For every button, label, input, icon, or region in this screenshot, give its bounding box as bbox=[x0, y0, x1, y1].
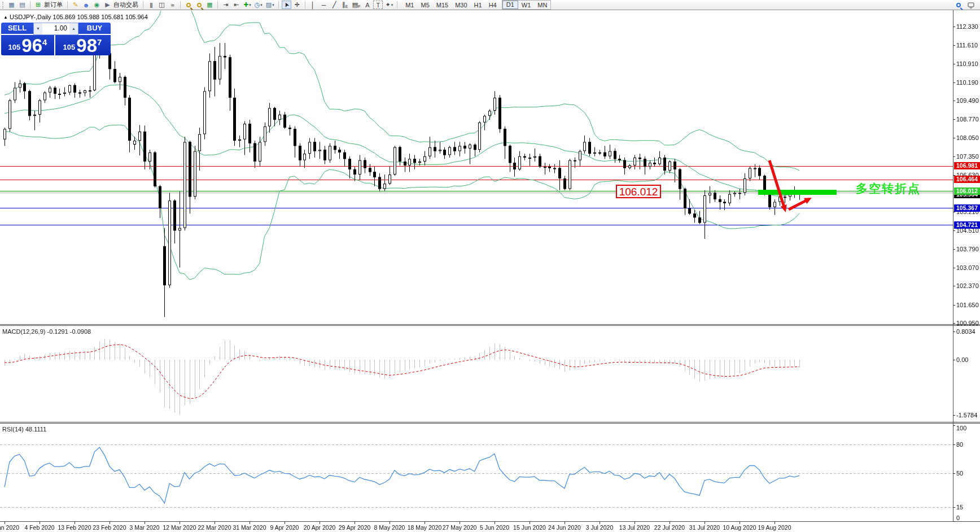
timeframe-h4[interactable]: H4 bbox=[485, 1, 500, 10]
date-label: 24 Jun 2020 bbox=[548, 524, 581, 531]
vertical-line-icon[interactable]: │ bbox=[308, 1, 318, 9]
price-line-label: 105.367 bbox=[954, 204, 980, 212]
community-icon[interactable]: ☻ bbox=[81, 1, 91, 9]
buy-price[interactable]: 105 98 7 bbox=[55, 35, 110, 55]
toolbar-separator bbox=[67, 1, 68, 8]
date-label: 27 May 2020 bbox=[443, 524, 477, 531]
volume-up-button[interactable]: ▲ bbox=[69, 23, 78, 34]
fibonacci-icon[interactable]: ▤F bbox=[351, 1, 362, 9]
zoom-out-icon[interactable] bbox=[194, 1, 204, 9]
pivot-note-text[interactable]: 多空转折点 bbox=[856, 181, 921, 197]
templates-icon[interactable]: ▨▾ bbox=[265, 1, 275, 9]
price-tick-label: 109.490 bbox=[956, 97, 979, 104]
timeframe-m15[interactable]: M15 bbox=[433, 1, 452, 10]
trendline-icon[interactable]: ╱ bbox=[330, 1, 339, 9]
price-tick bbox=[953, 212, 955, 212]
tile-windows-icon[interactable]: ▦ bbox=[205, 1, 215, 9]
candlestick-chart-icon[interactable]: ◫ bbox=[157, 1, 167, 9]
sell-price-sup: 4 bbox=[42, 37, 47, 47]
chart-canvas[interactable] bbox=[0, 0, 953, 532]
signals-icon[interactable]: ◉ bbox=[92, 1, 102, 9]
macd-pane-separator[interactable] bbox=[0, 324, 980, 326]
symbol-collapse-icon[interactable]: ▲ bbox=[3, 15, 8, 20]
autotrade-label[interactable]: 自动交易 bbox=[113, 1, 138, 9]
timeframe-d1[interactable]: D1 bbox=[502, 1, 518, 9]
toolbar-separator bbox=[30, 1, 30, 8]
search-icon[interactable] bbox=[956, 3, 961, 7]
price-tick-label: 100.950 bbox=[956, 320, 979, 326]
bar-chart-icon[interactable]: ||| bbox=[146, 1, 156, 9]
timeframe-m1[interactable]: M1 bbox=[402, 1, 417, 10]
cursor-icon[interactable]: ➤ bbox=[282, 1, 291, 9]
macd-tick-label: 0.8034 bbox=[956, 328, 975, 335]
price-tick bbox=[953, 305, 955, 306]
price-tick bbox=[953, 268, 955, 268]
toolbar-separator bbox=[143, 1, 143, 8]
crosshair-icon[interactable]: ✛ bbox=[292, 1, 302, 9]
date-label: 10 Aug 2020 bbox=[723, 524, 756, 531]
date-label: 13 Feb 2020 bbox=[58, 524, 91, 531]
zoom-in-icon[interactable] bbox=[183, 1, 193, 9]
chat-icon[interactable] bbox=[968, 2, 974, 7]
date-label: 18 May 2020 bbox=[408, 524, 442, 531]
text-label-icon[interactable]: T bbox=[373, 1, 383, 9]
toolbar-grip[interactable] bbox=[2, 2, 5, 8]
buy-button[interactable]: BUY bbox=[78, 23, 111, 35]
buy-price-big: 98 bbox=[76, 37, 97, 54]
metaeditor-icon[interactable]: ✎ bbox=[71, 1, 80, 9]
profiles-icon[interactable]: ▤ bbox=[18, 1, 27, 9]
timeframe-mn[interactable]: MN bbox=[534, 1, 550, 10]
price-tick bbox=[953, 119, 955, 120]
symbol-name: USDJPY-,Daily bbox=[10, 14, 51, 20]
price-annotation-box[interactable]: 106.012 bbox=[616, 185, 661, 198]
rsi-tick bbox=[953, 473, 955, 474]
rsi-tick-label: 50 bbox=[956, 470, 963, 477]
sell-price[interactable]: 105 96 4 bbox=[1, 35, 55, 55]
price-tick bbox=[953, 45, 955, 46]
date-label: 23 Feb 2020 bbox=[93, 524, 126, 531]
price-tick-label: 103.790 bbox=[956, 246, 979, 252]
rsi-tick-label: 100 bbox=[956, 425, 966, 431]
price-tick-label: 107.350 bbox=[956, 153, 979, 160]
rsi-pane-separator[interactable] bbox=[0, 422, 980, 424]
timeframe-m5[interactable]: M5 bbox=[417, 1, 432, 10]
autotrade-icon[interactable]: ▶ bbox=[103, 1, 112, 9]
timeframe-m30[interactable]: M30 bbox=[452, 1, 470, 10]
chart-bottom-border bbox=[0, 521, 980, 522]
timeframe-w1[interactable]: W1 bbox=[518, 1, 535, 10]
timeframe-h1[interactable]: H1 bbox=[471, 1, 485, 10]
horizontal-line-icon[interactable]: ─ bbox=[319, 1, 329, 9]
new-order-icon[interactable]: ⊞ bbox=[33, 1, 43, 9]
text-icon[interactable]: A bbox=[362, 1, 372, 9]
sell-price-prefix: 105 bbox=[8, 43, 21, 51]
price-tick bbox=[953, 82, 955, 83]
price-tick-label: 112.330 bbox=[956, 23, 978, 30]
add-indicator-icon[interactable]: ✚▾ bbox=[242, 1, 252, 9]
date-label: 13 Jul 2020 bbox=[619, 524, 650, 531]
volume-down-button[interactable]: ▼ bbox=[34, 23, 42, 34]
chart-shift-icon[interactable]: ⇤ bbox=[231, 1, 241, 9]
date-label: 31 Mar 2020 bbox=[233, 524, 266, 531]
date-label: 8 May 2020 bbox=[374, 524, 405, 531]
price-line-label: 106.464 bbox=[954, 176, 980, 183]
arrows-icon[interactable]: ✦▾ bbox=[384, 1, 394, 9]
symbol-info-line: ▲ USDJPY-,Daily 105.869 105.988 105.681 … bbox=[3, 14, 148, 20]
date-label: 6 Jan 2020 bbox=[0, 524, 19, 531]
auto-scroll-icon[interactable]: ⇥ bbox=[221, 1, 230, 9]
rsi-tick-label: 0 bbox=[956, 514, 960, 521]
new-chart-icon[interactable]: ▦ bbox=[7, 1, 16, 9]
equidistant-channel-icon[interactable]: ∥E bbox=[340, 1, 350, 9]
line-chart-icon[interactable]: ≈ bbox=[168, 1, 177, 9]
price-tick bbox=[953, 323, 955, 324]
price-line-label: 106.981 bbox=[954, 162, 980, 169]
rsi-tick bbox=[953, 507, 955, 508]
price-tick-label: 101.650 bbox=[956, 302, 979, 308]
periods-icon[interactable]: ◷▾ bbox=[253, 1, 264, 9]
price-tick bbox=[953, 27, 955, 27]
sell-button[interactable]: SELL bbox=[1, 23, 33, 35]
new-order-label[interactable]: 新订单 bbox=[44, 1, 63, 9]
sell-price-big: 96 bbox=[21, 37, 42, 54]
volume-value[interactable]: 1.00 bbox=[42, 23, 69, 34]
price-tick-label: 108.050 bbox=[956, 134, 979, 141]
macd-tick bbox=[953, 415, 955, 416]
